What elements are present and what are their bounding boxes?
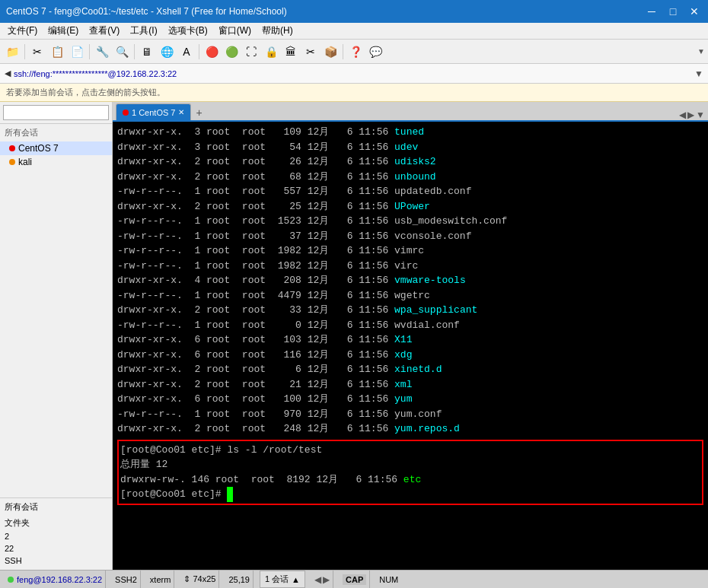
menu-window[interactable]: 窗口(W) [214, 23, 256, 39]
tab-bar: 1 CentOS 7 ✕ + ◀ ▶ ▼ [113, 102, 708, 122]
sidebar-bottom: 所有会话 文件夹 2 22 SSH [0, 497, 112, 570]
menu-help[interactable]: 帮助(H) [257, 23, 298, 39]
tab-close-icon[interactable]: ✕ [178, 108, 184, 116]
toolbar-btn-5[interactable]: 🔧 [93, 43, 111, 61]
terminal-line: -rw-r--r--. 1 root root 0 12月 6 11:56 wv… [117, 318, 703, 333]
info-text: 若要添加当前会话，点击左侧的箭头按钮。 [6, 87, 165, 98]
menu-edit[interactable]: 编辑(E) [43, 23, 83, 39]
tab-nav-more[interactable]: ▼ [696, 110, 705, 120]
maximize-button[interactable]: □ [665, 5, 681, 17]
main-content: 所有会话 CentOS 7 kali 所有会话 文件夹 2 22 SSH [0, 102, 708, 570]
sidebar-section-label: 所有会话 [0, 124, 112, 141]
toolbar-btn-1[interactable]: 📁 [3, 43, 21, 61]
toolbar-btn-18[interactable]: 💬 [366, 43, 384, 61]
sessions-arrow[interactable]: ▲ [292, 575, 300, 584]
terminal-line: drwxr-xr-x. 2 root root 25 12月 6 11:56 U… [117, 199, 703, 215]
address-text: ssh://feng:*****************@192.168.22.… [14, 69, 694, 78]
terminal[interactable]: drwxr-xr-x. 3 root root 109 12月 6 11:56 … [113, 122, 708, 570]
terminal-line: drwxr-xr-x. 2 root root 248 12月 6 11:56 … [117, 421, 703, 437]
sidebar-item-centos[interactable]: CentOS 7 [0, 141, 112, 155]
tab-nav-prev[interactable]: ◀ [679, 110, 686, 120]
info-bar: 若要添加当前会话，点击左侧的箭头按钮。 [0, 84, 708, 102]
toolbar-btn-2[interactable]: ✂ [28, 43, 46, 61]
sidebar-bottom-label: 所有会话 [5, 501, 107, 513]
toolbar-sep-4 [199, 44, 199, 59]
toolbar-btn-12[interactable]: ⛶ [242, 43, 260, 61]
status-encoding-segment: xterm [147, 571, 175, 588]
status-pos-segment: 25,19 [225, 571, 254, 588]
terminal-line: -rw-r--r--. 1 root root 970 12月 6 11:56 … [117, 407, 703, 422]
terminal-line: drwxr-xr-x. 3 root root 54 12月 6 11:56 u… [117, 140, 703, 155]
tab-add-button[interactable]: + [191, 105, 206, 120]
terminal-line: drwxr-xr-x. 2 root root 21 12月 6 11:56 x… [117, 377, 703, 393]
kali-label: kali [18, 157, 32, 167]
status-sessions-segment[interactable]: 1 会话 ▲ [260, 571, 305, 588]
terminal-line: -rw-r--r--. 1 root root 1523 12月 6 11:56… [117, 214, 703, 229]
toolbar-sep-3 [134, 44, 135, 59]
minimize-button[interactable]: ─ [644, 5, 659, 17]
centos-dot [9, 145, 15, 151]
terminal-line: -rw-r--r--. 1 root root 37 12月 6 11:56 v… [117, 229, 703, 244]
terminal-line: drwxr-xr-x. 2 root root 26 12月 6 11:56 u… [117, 154, 703, 170]
terminal-line: drwxr-xr-x. 3 root root 109 12月 6 11:56 … [117, 125, 703, 140]
centos-label: CentOS 7 [18, 143, 59, 154]
toolbar-btn-16[interactable]: 📦 [321, 43, 340, 61]
menu-tools[interactable]: 工具(I) [126, 23, 161, 39]
close-button[interactable]: ✕ [687, 5, 702, 17]
toolbar-btn-7[interactable]: 🖥 [138, 43, 156, 61]
status-dims-segment: ⇕ 74x25 [180, 571, 219, 588]
tab-nav-next[interactable]: ▶ [687, 110, 694, 120]
sidebar-spacer [0, 169, 112, 497]
status-num-segment: NUM [376, 571, 401, 588]
proto-label: SSH [5, 556, 22, 565]
sessions-label: 1 会话 [265, 574, 289, 585]
terminal-line: drwxr-xr-x. 2 root root 68 12月 6 11:56 u… [117, 170, 703, 185]
title-bar-controls: ─ □ ✕ [644, 5, 702, 17]
nav-next-arrow[interactable]: ▶ [323, 574, 330, 585]
count-label: 2 [5, 532, 9, 541]
toolbar-btn-17[interactable]: ❓ [346, 43, 365, 61]
toolbar-arrow[interactable]: ▼ [697, 47, 705, 56]
terminal-line: -rw-r--r--. 1 root root 1982 12月 6 11:56… [117, 259, 703, 274]
folder-label: 文件夹 [5, 517, 30, 529]
port-label: 22 [5, 544, 14, 553]
toolbar-btn-6[interactable]: 🔍 [113, 43, 131, 61]
num-label: NUM [379, 575, 398, 584]
toolbar-btn-15[interactable]: ✂ [301, 43, 320, 61]
menu-file[interactable]: 文件(F) [3, 23, 42, 39]
tab-dot [123, 110, 129, 116]
terminal-line: drwxr-xr-x. 6 root root 103 12月 6 11:56 … [117, 332, 703, 348]
sidebar-bottom-folder: 文件夹 [5, 516, 107, 530]
status-ip: feng@192.168.22.3:22 [17, 575, 102, 584]
menu-tabs[interactable]: 选项卡(B) [164, 23, 212, 39]
toolbar-btn-8[interactable]: 🌐 [158, 43, 176, 61]
sidebar-bottom-proto: SSH [5, 555, 107, 567]
status-nav-segment: ◀ ▶ [311, 571, 333, 588]
address-arrow-right[interactable]: ▼ [694, 68, 703, 79]
terminal-line: [root@Coo01 etc]# ls -l /root/test [120, 443, 700, 458]
toolbar-btn-3[interactable]: 📋 [48, 43, 66, 61]
menu-view[interactable]: 查看(V) [85, 23, 124, 39]
toolbar-btn-14[interactable]: 🏛 [282, 43, 300, 61]
nav-prev-arrow[interactable]: ◀ [314, 574, 321, 585]
terminal-line: drwxr-xr-x. 4 root root 208 12月 6 11:56 … [117, 273, 703, 288]
status-dot-icon [8, 577, 14, 583]
cap-badge: CAP [343, 574, 366, 585]
toolbar-btn-11[interactable]: 🟢 [222, 43, 241, 61]
search-input[interactable] [3, 105, 109, 120]
tab-label: 1 CentOS 7 [132, 108, 175, 117]
toolbar-btn-9[interactable]: A [177, 43, 196, 61]
toolbar-sep-2 [89, 44, 90, 59]
terminal-line: drwxr-xr-x. 6 root root 116 12月 6 11:56 … [117, 348, 703, 363]
terminal-line: drwxr-xr-x. 6 root root 100 12月 6 11:56 … [117, 392, 703, 407]
sidebar-item-kali[interactable]: kali [0, 155, 112, 169]
toolbar-btn-4[interactable]: 📄 [68, 43, 86, 61]
tab-centos[interactable]: 1 CentOS 7 ✕ [116, 103, 191, 120]
sidebar: 所有会话 CentOS 7 kali 所有会话 文件夹 2 22 SSH [0, 102, 113, 570]
terminal-line: [root@Coo01 etc]# [120, 487, 700, 502]
toolbar-btn-10[interactable]: 🔴 [203, 43, 221, 61]
address-arrow-left[interactable]: ◀ [5, 68, 11, 78]
title-bar: CentOS 7 - feng@Coo01:~/test/etc - Xshel… [0, 0, 708, 23]
toolbar-sep-5 [343, 44, 343, 59]
toolbar-btn-13[interactable]: 🔒 [262, 43, 280, 61]
